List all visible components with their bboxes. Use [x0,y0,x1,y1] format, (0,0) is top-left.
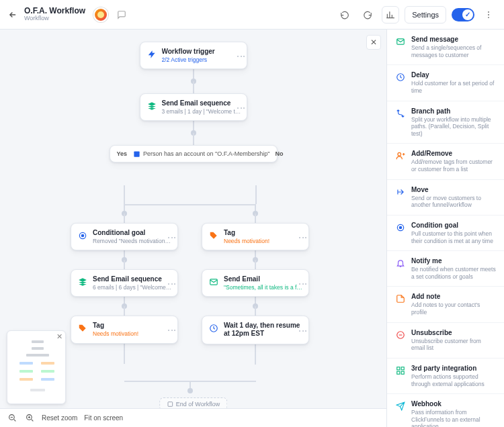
fit-screen-button[interactable]: Fit on screen [84,414,123,422]
panel-item-title: Branch path [411,107,496,115]
node-menu[interactable]: ⋮ [170,279,173,287]
undo-button[interactable] [336,6,353,23]
publish-toggle[interactable] [452,8,474,21]
node-tag-right[interactable]: Tag Needs motivation! ⋮ [202,223,309,250]
panel-item-title: Move [411,186,496,194]
node-sub: "Sometimes, all it takes is a first s…" [224,284,303,291]
node-conditional-goal[interactable]: Conditional goal Removed "Needs motivati… [71,223,178,250]
node-menu[interactable]: ⋮ [301,233,304,240]
goal-icon [77,230,89,242]
tag-icon [208,230,220,242]
node-trigger[interactable]: Workflow trigger 2/2 Active triggers ⋮ [140,42,247,69]
node-sub: 3 emails | 1 day | "Welcome to O… [162,108,241,115]
panel-item-title: Unsubscribe [411,329,496,337]
panel-item-desc: Be notified when customer meets a set co… [411,266,496,280]
svg-point-1 [488,14,489,15]
panel-item-unsubscribe[interactable]: UnsubscribeUnsubscribe customer from ema… [387,323,504,359]
col-yes: Conditional goal Removed "Needs motivati… [71,204,178,364]
settings-button[interactable]: Settings [405,6,446,23]
bottom-toolbar: Reset zoom Fit on screen [0,408,386,427]
col-center: Workflow trigger 2/2 Active triggers ⋮ S… [110,42,278,162]
svg-rect-3 [134,151,139,156]
svg-rect-8 [167,402,172,407]
actions-panel: Send messageSend a single/sequences of m… [386,30,504,427]
node-title: Tag [224,229,303,237]
end-label: End of Workflow [176,401,220,408]
node-sub: 6 emails | 6 days | "Welcome to O… [93,284,172,291]
node-menu[interactable]: ⋮ [301,326,304,334]
redo-button[interactable] [359,6,376,23]
workflow-canvas[interactable]: ✕ Workflow trigger 2/2 Active triggers ⋮… [0,30,386,427]
tag-icon [77,322,89,334]
condition-yes-label: Yes [117,150,128,157]
send-message-icon [395,36,406,47]
svg-rect-17 [397,371,400,374]
delay-icon [395,72,406,83]
node-menu[interactable]: ⋮ [239,103,243,111]
panel-item-title: Add note [411,293,496,301]
panel-item-move[interactable]: MoveSend or move customers to another fu… [387,180,504,216]
node-email-seq-1[interactable]: Send Email sequence 3 emails | 1 day | "… [140,93,247,121]
add-remove-icon [395,150,406,161]
minimap[interactable]: ✕ [7,330,66,404]
node-title: Send Email sequence [93,275,172,283]
node-title: Send Email sequence [162,99,241,107]
condition-text: Person has an account on "O.F.A-Membersh… [143,150,269,157]
panel-item-add-note[interactable]: Add noteAdd notes to your contact's prof… [387,287,504,322]
node-send-email[interactable]: Send Email "Sometimes, all it takes is a… [202,269,309,297]
node-menu[interactable]: ⋮ [170,233,173,240]
node-wait[interactable]: Wait 1 day, then resume at 12pm EST ⋮ [202,316,309,344]
bolt-icon [146,48,158,60]
col-no: Tag Needs motivation! ⋮ Send Email "Some… [202,204,309,365]
node-sub: 2/2 Active triggers [162,56,241,63]
panel-item-add-remove[interactable]: Add/RemoveAdd/remove tags from customer … [387,144,504,179]
svg-point-0 [488,11,489,12]
topbar: O.F.A. Workflow Workflow Settings [0,0,504,30]
overflow-menu[interactable] [480,6,497,23]
panel-item-title: Send message [411,36,496,44]
node-title: Workflow trigger [162,48,241,56]
panel-item-send-message[interactable]: Send messageSend a single/sequences of m… [387,30,504,65]
svg-point-2 [488,17,489,18]
avatar[interactable] [93,7,108,22]
node-menu[interactable]: ⋮ [170,326,173,333]
back-button[interactable] [7,9,19,21]
panel-item-title: Notify me [411,257,496,265]
condition-no-label: No [276,150,284,157]
panel-item-desc: Add notes to your contact's profile [411,301,496,316]
svg-rect-16 [401,367,404,370]
panel-item-branch-path[interactable]: Branch pathSplit your workflow into mult… [387,101,504,144]
mail-icon [208,276,220,288]
add-note-icon [395,293,406,304]
node-menu[interactable]: ⋮ [301,279,304,287]
panel-item-title: Condition goal [411,222,496,230]
reset-zoom-button[interactable]: Reset zoom [42,414,77,422]
panel-item-desc: Send a single/sequences of messages to c… [411,44,496,58]
panel-item-title: Delay [411,71,496,79]
node-title: Conditional goal [93,229,172,237]
panel-item-delay[interactable]: DelayHold customer for a set period of t… [387,65,504,101]
panel-item-notify-me[interactable]: Notify meBe notified when customer meets… [387,251,504,287]
node-tag-left[interactable]: Tag Needs motivation! ⋮ [71,316,178,343]
node-condition[interactable]: Yes Person has an account on "O.F.A-Memb… [110,145,278,162]
page-subtitle: Workflow [24,15,85,22]
svg-rect-15 [397,367,400,370]
clock-icon [208,322,220,334]
comment-icon[interactable] [116,9,127,20]
condition-goal-icon [395,222,406,233]
minimap-close[interactable]: ✕ [56,332,62,341]
node-menu[interactable]: ⋮ [239,52,243,59]
stats-button[interactable] [382,6,399,23]
zoom-out-button[interactable] [7,413,17,424]
panel-item-third-party[interactable]: 3rd party integrationPerform actions sup… [387,359,504,394]
notify-me-icon [395,258,406,269]
panel-item-webhook[interactable]: WebhookPass information from ClickFunnel… [387,394,504,427]
panel-item-desc: Perform actions supported through extern… [411,373,496,387]
panel-item-desc: Pull customer to this point when their c… [411,230,496,244]
panel-item-condition-goal[interactable]: Condition goalPull customer to this poin… [387,216,504,251]
zoom-in-button[interactable] [24,413,35,424]
branch-path-icon [395,108,406,119]
node-email-seq-2[interactable]: Send Email sequence 6 emails | 6 days | … [71,269,178,297]
close-panel-button[interactable]: ✕ [366,35,381,50]
panel-item-desc: Split your workflow into multiple paths.… [411,116,496,138]
